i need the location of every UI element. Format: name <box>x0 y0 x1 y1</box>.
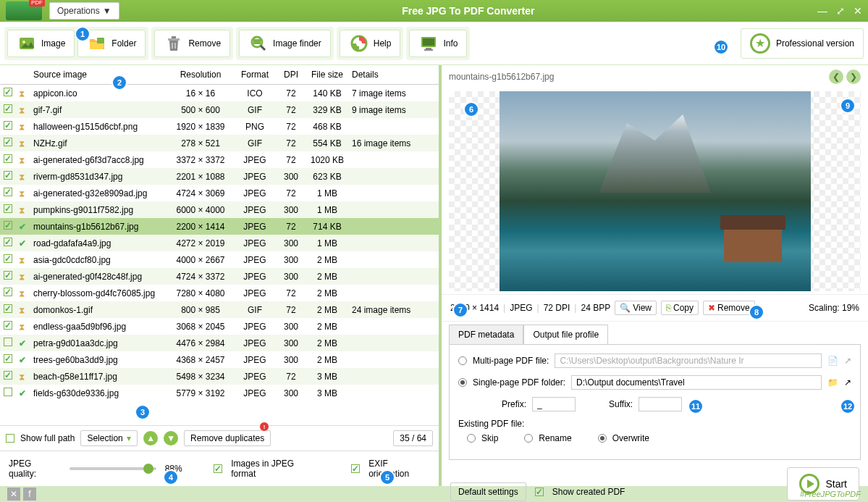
maximize-button[interactable]: ⤢ <box>836 5 845 17</box>
scaling-label: Scaling: 19% <box>809 303 859 313</box>
remove-button[interactable]: Remove <box>154 30 230 57</box>
jpeg-quality-slider[interactable] <box>69 467 156 470</box>
row-checkbox[interactable] <box>4 288 12 296</box>
copy-button[interactable]: ⎘Copy <box>661 301 699 315</box>
row-checkbox[interactable] <box>4 104 12 113</box>
table-row[interactable]: ⧗riverm-gd8531d347.jpg2201 × 1088JPEG300… <box>0 168 439 185</box>
rename-radio[interactable] <box>524 434 533 443</box>
selection-dropdown[interactable]: Selection ▾ <box>80 430 138 446</box>
exif-checkbox[interactable] <box>351 464 360 473</box>
row-checkbox[interactable] <box>4 121 12 130</box>
row-checkbox[interactable] <box>4 371 12 380</box>
row-checkbox[interactable] <box>4 354 12 363</box>
hourglass-icon: ⧗ <box>19 88 29 99</box>
browse-icon[interactable]: 📄 <box>827 356 838 366</box>
remove-preview-button[interactable]: ✖Remove <box>703 301 755 315</box>
add-folder-button[interactable]: Folder <box>77 30 146 57</box>
row-checkbox[interactable] <box>4 238 12 246</box>
file-name: mountains-g1b5612b67.jpg <box>30 222 168 232</box>
table-row[interactable]: ⧗endless-gaa5d9bf96.jpg3068 × 2045JPEG30… <box>0 318 439 335</box>
remove-duplicates-button[interactable]: Remove duplicates <box>184 430 271 446</box>
multi-page-radio[interactable] <box>458 356 467 365</box>
row-checkbox[interactable] <box>4 254 12 263</box>
open-folder-icon[interactable]: ↗ <box>844 377 851 388</box>
file-name: ai-generated-g0f428c48f.jpg <box>30 272 168 282</box>
table-row[interactable]: ⧗cherry-blossom-gd4fc76085.jpg7280 × 408… <box>0 285 439 301</box>
table-row[interactable]: ⧗appicon.ico16 × 16ICO72140 KB7 image it… <box>0 85 439 101</box>
minimize-button[interactable]: — <box>817 5 827 17</box>
table-row[interactable]: ⧗beach-g58e11ff17.jpg5498 × 3234JPEG723 … <box>0 368 439 385</box>
open-icon[interactable]: ↗ <box>844 356 851 366</box>
row-checkbox[interactable] <box>4 338 12 346</box>
close-button[interactable]: ✕ <box>854 5 862 17</box>
prefix-input[interactable] <box>532 397 576 411</box>
table-row[interactable]: ⧗asia-gdc0cdcf80.jpg4000 × 2667JPEG3002 … <box>0 251 439 268</box>
table-row[interactable]: ✔trees-ge60ba3dd9.jpg4368 × 2457JPEG3002… <box>0 351 439 368</box>
file-name: appicon.ico <box>30 88 168 99</box>
svg-rect-15 <box>424 49 433 51</box>
table-row[interactable]: ⧗pumpkins-g9011f7582.jpg6000 × 4000JPEG3… <box>0 201 439 218</box>
file-name: cherry-blossom-gd4fc76085.jpg <box>30 288 168 298</box>
row-checkbox[interactable] <box>4 154 12 163</box>
help-button[interactable]: Help <box>340 30 401 57</box>
table-row[interactable]: ⧗ai-generated-g6f3d7acc8.jpg3372 × 3372J… <box>0 151 439 168</box>
prev-image-button[interactable]: ❮ <box>829 70 843 84</box>
overwrite-radio[interactable] <box>598 434 607 443</box>
magnifier-icon <box>248 35 269 52</box>
next-image-button[interactable]: ❯ <box>846 70 861 84</box>
show-full-path-checkbox[interactable] <box>6 434 14 443</box>
single-page-radio[interactable] <box>458 378 467 387</box>
quality-value: 88% <box>165 464 182 474</box>
twitter-icon[interactable]: ✕ <box>7 488 20 501</box>
file-name: asia-gdc0cdcf80.jpg <box>30 255 168 265</box>
table-row[interactable]: ⧗ai-generated-g32e8909ad.jpg4724 × 3069J… <box>0 185 439 201</box>
operations-dropdown[interactable]: Operations ▼ <box>49 2 119 20</box>
svg-point-1 <box>22 41 25 43</box>
table-row[interactable]: ⧗gif-7.gif500 × 600GIF72329 KB9 image it… <box>0 101 439 118</box>
pro-version-button[interactable]: ★ Professional version <box>741 28 864 59</box>
row-checkbox[interactable] <box>4 204 12 213</box>
hourglass-icon: ⧗ <box>19 372 29 382</box>
row-checkbox[interactable] <box>4 271 12 280</box>
show-created-checkbox[interactable] <box>535 488 544 496</box>
file-table[interactable]: ⧗appicon.ico16 × 16ICO72140 KB7 image it… <box>0 85 439 425</box>
star-icon: ★ <box>750 33 770 54</box>
row-checkbox[interactable] <box>4 304 12 313</box>
chevron-down-icon: ▼ <box>103 6 111 16</box>
table-row[interactable]: ⧗ai-generated-g0f428c48f.jpg4724 × 3372J… <box>0 268 439 285</box>
table-row[interactable]: ✔mountains-g1b5612b67.jpg2200 × 1414JPEG… <box>0 218 439 235</box>
table-row[interactable]: ⧗domonkos-1.gif800 × 985GIF722 MB24 imag… <box>0 301 439 318</box>
row-checkbox[interactable] <box>4 88 12 96</box>
file-name: endless-gaa5d9bf96.jpg <box>30 322 168 332</box>
row-checkbox[interactable] <box>4 321 12 330</box>
facebook-icon[interactable]: f <box>23 488 36 501</box>
table-row[interactable]: ⧗NZHz.gif278 × 521GIF72554 KB16 image it… <box>0 135 439 151</box>
svg-rect-2 <box>97 38 104 43</box>
tab-output-profile[interactable]: Output file profile <box>523 325 608 345</box>
single-page-path[interactable]: D:\Output documents\Travel <box>571 375 822 390</box>
image-finder-button[interactable]: Image finder <box>239 30 331 57</box>
skip-radio[interactable] <box>467 434 476 443</box>
row-checkbox[interactable] <box>4 188 12 196</box>
file-name: beach-g58e11ff17.jpg <box>30 372 168 382</box>
row-checkbox[interactable] <box>4 171 12 180</box>
info-button[interactable]: Info <box>409 30 467 57</box>
view-button[interactable]: 🔍View <box>615 301 657 315</box>
table-row[interactable]: ✔fields-g630de9336.jpg5779 × 3192JPEG300… <box>0 385 439 401</box>
table-row[interactable]: ✔petra-g9d01aa3dc.jpg4476 × 2984JPEG3002… <box>0 335 439 351</box>
quality-label: JPEG quality: <box>9 459 61 479</box>
folder-browse-icon[interactable]: 📁 <box>827 377 838 388</box>
tab-pdf-metadata[interactable]: PDF metadata <box>449 325 523 345</box>
move-down-button[interactable]: ▼ <box>164 431 178 445</box>
row-checkbox[interactable] <box>4 221 12 230</box>
row-checkbox[interactable] <box>4 388 12 396</box>
default-settings-button[interactable]: Default settings <box>450 482 526 501</box>
suffix-input[interactable] <box>639 397 682 411</box>
move-up-button[interactable]: ▲ <box>143 431 158 445</box>
add-image-button[interactable]: Image <box>7 30 75 57</box>
table-row[interactable]: ✔road-gdafafa4a9.jpg4272 × 2019JPEG3001 … <box>0 235 439 251</box>
app-logo <box>6 1 42 20</box>
row-checkbox[interactable] <box>4 138 12 146</box>
jpeg-format-checkbox[interactable] <box>214 464 222 473</box>
table-row[interactable]: ⧗halloween-g1515d6cbf.png1920 × 1839PNG7… <box>0 118 439 135</box>
